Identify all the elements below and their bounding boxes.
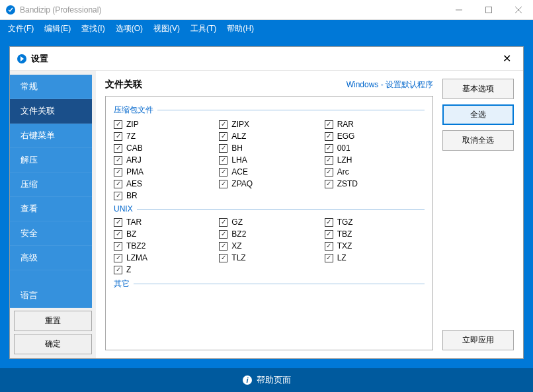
checkbox-tbz[interactable]: TBZ [325,229,425,239]
checkbox-label: ALZ [231,132,246,141]
sidebar-item-7[interactable]: 高级 [10,246,92,270]
checkbox-bz[interactable]: BZ [114,229,214,239]
checkbox-lha[interactable]: LHA [219,155,319,165]
checkbox-label: ARJ [126,155,142,165]
checkbox-tgz[interactable]: TGZ [325,217,425,227]
menu-item-2[interactable]: 查找(I) [76,20,110,37]
checkbox-z[interactable]: Z [114,265,214,274]
dialog-close-button[interactable]: ✕ [497,50,516,67]
checkbox-label: ACE [231,167,248,176]
checkbox-label: BZ [126,229,136,239]
check-icon [325,218,333,227]
checkbox-tbz2[interactable]: TBZ2 [114,241,214,251]
checkbox-lzma[interactable]: LZMA [114,253,214,262]
check-icon [114,242,122,251]
check-icon [114,120,122,129]
check-grid-1: TARGZTGZBZBZ2TBZTBZ2XZTXZLZMATLZLZZ [114,217,425,274]
checkbox-egg[interactable]: EGG [325,132,425,141]
checkbox-ace[interactable]: ACE [219,167,319,176]
group-label-1: UNIX [114,204,425,214]
checkbox-label: AES [126,179,142,188]
sidebar-item-5[interactable]: 查看 [10,197,92,221]
ok-button[interactable]: 确定 [14,334,92,354]
checkbox-label: TBZ [337,229,352,239]
basic-options-button[interactable]: 基本选项 [442,79,514,99]
checkbox-pma[interactable]: PMA [114,167,214,176]
close-button[interactable] [503,0,533,19]
checkbox-gz[interactable]: GZ [219,217,319,227]
checkbox-lzh[interactable]: LZH [325,155,425,165]
checkbox-zipx[interactable]: ZIPX [219,120,319,129]
svg-rect-2 [485,7,491,13]
reset-button[interactable]: 重置 [14,311,92,331]
checkbox-zip[interactable]: ZIP [114,120,214,129]
sidebar-item-1[interactable]: 文件关联 [10,99,92,124]
checkbox-label: 7Z [126,132,136,141]
footer[interactable]: i 帮助页面 [0,368,533,392]
sidebar-item-2[interactable]: 右键菜单 [10,124,92,148]
select-all-button[interactable]: 全选 [442,104,514,125]
content-header: 文件关联 Windows - 设置默认程序 [105,79,433,91]
check-icon [219,168,227,176]
checkbox-tar[interactable]: TAR [114,217,214,227]
checkbox-bh[interactable]: BH [219,143,319,153]
checkbox-aes[interactable]: AES [114,179,214,188]
check-icon [219,156,227,165]
check-icon [325,180,333,188]
sidebar-spacer [10,270,92,284]
checkbox-txz[interactable]: TXZ [325,241,425,251]
checkbox-xz[interactable]: XZ [219,241,319,251]
check-icon [325,120,333,129]
checkbox-label: TBZ2 [126,241,145,251]
menu-item-5[interactable]: 工具(T) [185,20,222,37]
sidebar-item-4[interactable]: 压缩 [10,173,92,197]
help-icon: i [242,375,253,385]
maximize-button[interactable] [473,0,503,19]
checkbox-label: LZH [337,155,352,165]
menu-item-0[interactable]: 文件(F) [3,20,39,37]
checkbox-zstd[interactable]: ZSTD [325,179,425,188]
apply-button[interactable]: 立即应用 [442,330,514,350]
checkbox-label: XZ [231,241,241,251]
settings-content: 文件关联 Windows - 设置默认程序 压缩包文件ZIPZIPXRAR7ZA… [96,71,523,358]
menu-item-1[interactable]: 编辑(E) [39,20,76,37]
checkbox-bz2[interactable]: BZ2 [219,229,319,239]
check-icon [114,132,122,141]
checkbox-alz[interactable]: ALZ [219,132,319,141]
checkbox-cab[interactable]: CAB [114,143,214,153]
sidebar-item-6[interactable]: 安全 [10,221,92,246]
checkbox-001[interactable]: 001 [325,143,425,153]
checkbox-arj[interactable]: ARJ [114,155,214,165]
checkbox-tlz[interactable]: TLZ [219,253,319,262]
association-scroll[interactable]: 压缩包文件ZIPZIPXRAR7ZALZEGGCABBH001ARJLHALZH… [106,97,432,350]
menu-item-3[interactable]: 选项(O) [110,20,148,37]
content-title: 文件关联 [105,79,347,91]
menu-item-4[interactable]: 视图(V) [148,20,185,37]
checkbox-br[interactable]: BR [114,191,214,200]
check-icon [219,218,227,227]
group-label-0: 压缩包文件 [114,104,425,116]
checkbox-label: LZ [337,253,347,262]
deselect-all-button[interactable]: 取消全选 [442,130,514,151]
sidebar-item-0[interactable]: 常规 [10,75,92,99]
checkbox-label: GZ [231,217,243,227]
checkbox-lz[interactable]: LZ [325,253,425,262]
check-icon [325,132,333,141]
windows-default-link[interactable]: Windows - 设置默认程序 [347,79,433,91]
checkbox-arc[interactable]: Arc [325,167,425,176]
sidebar-item-language[interactable]: 语言 [10,284,92,308]
checkbox-rar[interactable]: RAR [325,120,425,129]
checkbox-label: Z [126,265,131,274]
window-title: Bandizip (Professional) [20,5,444,15]
checkbox-zpaq[interactable]: ZPAQ [219,179,319,188]
footer-help-label: 帮助页面 [257,374,291,386]
checkbox-7z[interactable]: 7Z [114,132,214,141]
group-label-2: 其它 [114,278,425,290]
checkbox-label: BZ2 [231,229,246,239]
minimize-button[interactable] [444,0,473,19]
app-icon [5,5,16,15]
menu-item-6[interactable]: 帮助(H) [222,20,259,37]
check-icon [219,242,227,251]
check-icon [114,168,122,176]
sidebar-item-3[interactable]: 解压 [10,148,92,173]
